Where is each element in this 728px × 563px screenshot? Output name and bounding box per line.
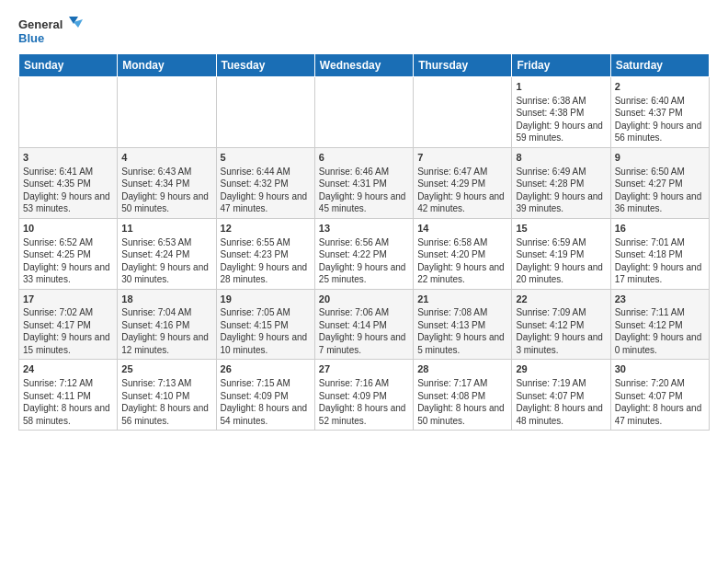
calendar-cell xyxy=(19,77,118,148)
cell-content: Sunrise: 6:55 AM Sunset: 4:23 PM Dayligh… xyxy=(221,236,311,286)
weekday-header-thursday: Thursday xyxy=(414,54,512,77)
calendar-cell: 23Sunrise: 7:11 AM Sunset: 4:12 PM Dayli… xyxy=(610,289,709,360)
day-number: 24 xyxy=(23,362,113,376)
calendar-cell xyxy=(414,77,512,148)
cell-content: Sunrise: 7:02 AM Sunset: 4:17 PM Dayligh… xyxy=(23,306,113,356)
calendar-cell xyxy=(118,77,216,148)
calendar-week-row: 17Sunrise: 7:02 AM Sunset: 4:17 PM Dayli… xyxy=(19,289,710,360)
calendar-cell: 3Sunrise: 6:41 AM Sunset: 4:35 PM Daylig… xyxy=(19,147,118,218)
calendar-cell: 2Sunrise: 6:40 AM Sunset: 4:37 PM Daylig… xyxy=(610,77,709,148)
day-number: 18 xyxy=(121,293,211,306)
day-number: 17 xyxy=(23,293,113,306)
calendar-week-row: 1Sunrise: 6:38 AM Sunset: 4:38 PM Daylig… xyxy=(19,77,710,148)
day-number: 21 xyxy=(417,293,507,306)
cell-content: Sunrise: 7:13 AM Sunset: 4:10 PM Dayligh… xyxy=(121,377,211,427)
calendar-header: SundayMondayTuesdayWednesdayThursdayFrid… xyxy=(19,54,710,77)
day-number: 13 xyxy=(319,222,409,236)
weekday-header-tuesday: Tuesday xyxy=(216,54,314,77)
cell-content: Sunrise: 7:15 AM Sunset: 4:09 PM Dayligh… xyxy=(221,377,311,427)
cell-content: Sunrise: 6:47 AM Sunset: 4:29 PM Dayligh… xyxy=(417,166,507,215)
day-number: 11 xyxy=(121,222,211,236)
calendar-cell: 13Sunrise: 6:56 AM Sunset: 4:22 PM Dayli… xyxy=(314,218,413,289)
calendar-week-row: 24Sunrise: 7:12 AM Sunset: 4:11 PM Dayli… xyxy=(19,360,710,431)
day-number: 9 xyxy=(615,151,705,165)
cell-content: Sunrise: 7:17 AM Sunset: 4:08 PM Dayligh… xyxy=(417,377,507,427)
calendar-cell: 18Sunrise: 7:04 AM Sunset: 4:16 PM Dayli… xyxy=(118,289,216,360)
calendar-cell: 11Sunrise: 6:53 AM Sunset: 4:24 PM Dayli… xyxy=(118,218,216,289)
day-number: 7 xyxy=(417,151,507,165)
cell-content: Sunrise: 6:58 AM Sunset: 4:20 PM Dayligh… xyxy=(417,236,507,286)
day-number: 30 xyxy=(615,362,705,376)
cell-content: Sunrise: 6:56 AM Sunset: 4:22 PM Dayligh… xyxy=(319,236,409,286)
cell-content: Sunrise: 6:44 AM Sunset: 4:32 PM Dayligh… xyxy=(221,166,311,215)
calendar-cell xyxy=(314,77,413,148)
calendar-week-row: 10Sunrise: 6:52 AM Sunset: 4:25 PM Dayli… xyxy=(19,218,710,289)
day-number: 26 xyxy=(221,362,311,376)
day-number: 3 xyxy=(23,151,113,165)
weekday-header-saturday: Saturday xyxy=(610,54,709,77)
header: General Blue xyxy=(18,15,710,48)
calendar-cell: 16Sunrise: 7:01 AM Sunset: 4:18 PM Dayli… xyxy=(610,218,709,289)
calendar-cell: 17Sunrise: 7:02 AM Sunset: 4:17 PM Dayli… xyxy=(19,289,118,360)
cell-content: Sunrise: 6:46 AM Sunset: 4:31 PM Dayligh… xyxy=(319,166,409,215)
day-number: 1 xyxy=(516,80,606,94)
day-number: 29 xyxy=(516,362,606,376)
weekday-header-wednesday: Wednesday xyxy=(314,54,413,77)
calendar-cell xyxy=(216,77,314,148)
calendar-cell: 24Sunrise: 7:12 AM Sunset: 4:11 PM Dayli… xyxy=(19,360,118,431)
day-number: 16 xyxy=(615,222,705,236)
calendar-cell: 6Sunrise: 6:46 AM Sunset: 4:31 PM Daylig… xyxy=(314,147,413,218)
day-number: 23 xyxy=(615,293,705,306)
day-number: 19 xyxy=(221,293,311,306)
cell-content: Sunrise: 7:06 AM Sunset: 4:14 PM Dayligh… xyxy=(319,306,409,356)
day-number: 8 xyxy=(516,151,606,165)
weekday-header-friday: Friday xyxy=(512,54,610,77)
day-number: 27 xyxy=(319,362,409,376)
calendar-cell: 15Sunrise: 6:59 AM Sunset: 4:19 PM Dayli… xyxy=(512,218,610,289)
cell-content: Sunrise: 7:20 AM Sunset: 4:07 PM Dayligh… xyxy=(615,377,705,427)
cell-content: Sunrise: 6:59 AM Sunset: 4:19 PM Dayligh… xyxy=(516,236,606,286)
weekday-header-sunday: Sunday xyxy=(19,54,118,77)
calendar-cell: 21Sunrise: 7:08 AM Sunset: 4:13 PM Dayli… xyxy=(414,289,512,360)
logo-svg: General Blue xyxy=(18,15,83,48)
day-number: 28 xyxy=(417,362,507,376)
day-number: 25 xyxy=(121,362,211,376)
cell-content: Sunrise: 6:53 AM Sunset: 4:24 PM Dayligh… xyxy=(121,236,211,286)
calendar-cell: 19Sunrise: 7:05 AM Sunset: 4:15 PM Dayli… xyxy=(216,289,314,360)
calendar-body: 1Sunrise: 6:38 AM Sunset: 4:38 PM Daylig… xyxy=(19,77,710,431)
calendar-week-row: 3Sunrise: 6:41 AM Sunset: 4:35 PM Daylig… xyxy=(19,147,710,218)
cell-content: Sunrise: 7:11 AM Sunset: 4:12 PM Dayligh… xyxy=(615,306,705,356)
cell-content: Sunrise: 7:09 AM Sunset: 4:12 PM Dayligh… xyxy=(516,306,606,356)
calendar-cell: 12Sunrise: 6:55 AM Sunset: 4:23 PM Dayli… xyxy=(216,218,314,289)
day-number: 14 xyxy=(417,222,507,236)
cell-content: Sunrise: 6:40 AM Sunset: 4:37 PM Dayligh… xyxy=(615,95,705,144)
page: General Blue SundayMondayTuesdayWednesda… xyxy=(0,0,728,440)
calendar-cell: 10Sunrise: 6:52 AM Sunset: 4:25 PM Dayli… xyxy=(19,218,118,289)
calendar-cell: 28Sunrise: 7:17 AM Sunset: 4:08 PM Dayli… xyxy=(414,360,512,431)
calendar-cell: 20Sunrise: 7:06 AM Sunset: 4:14 PM Dayli… xyxy=(314,289,413,360)
cell-content: Sunrise: 6:38 AM Sunset: 4:38 PM Dayligh… xyxy=(516,95,606,144)
calendar-table: SundayMondayTuesdayWednesdayThursdayFrid… xyxy=(18,53,710,431)
logo-general-text: General xyxy=(18,17,63,31)
calendar-cell: 29Sunrise: 7:19 AM Sunset: 4:07 PM Dayli… xyxy=(512,360,610,431)
cell-content: Sunrise: 6:43 AM Sunset: 4:34 PM Dayligh… xyxy=(121,166,211,215)
cell-content: Sunrise: 7:12 AM Sunset: 4:11 PM Dayligh… xyxy=(23,377,113,427)
calendar-cell: 14Sunrise: 6:58 AM Sunset: 4:20 PM Dayli… xyxy=(414,218,512,289)
cell-content: Sunrise: 6:50 AM Sunset: 4:27 PM Dayligh… xyxy=(615,166,705,215)
day-number: 6 xyxy=(319,151,409,165)
day-number: 20 xyxy=(319,293,409,306)
cell-content: Sunrise: 6:52 AM Sunset: 4:25 PM Dayligh… xyxy=(23,236,113,286)
cell-content: Sunrise: 7:04 AM Sunset: 4:16 PM Dayligh… xyxy=(121,306,211,356)
weekday-header-row: SundayMondayTuesdayWednesdayThursdayFrid… xyxy=(19,54,710,77)
calendar-cell: 26Sunrise: 7:15 AM Sunset: 4:09 PM Dayli… xyxy=(216,360,314,431)
calendar-cell: 30Sunrise: 7:20 AM Sunset: 4:07 PM Dayli… xyxy=(610,360,709,431)
logo: General Blue xyxy=(18,15,83,48)
cell-content: Sunrise: 7:16 AM Sunset: 4:09 PM Dayligh… xyxy=(319,377,409,427)
calendar-cell: 8Sunrise: 6:49 AM Sunset: 4:28 PM Daylig… xyxy=(512,147,610,218)
cell-content: Sunrise: 6:49 AM Sunset: 4:28 PM Dayligh… xyxy=(516,166,606,215)
day-number: 5 xyxy=(221,151,311,165)
day-number: 22 xyxy=(516,293,606,306)
calendar-cell: 1Sunrise: 6:38 AM Sunset: 4:38 PM Daylig… xyxy=(512,77,610,148)
weekday-header-monday: Monday xyxy=(118,54,216,77)
cell-content: Sunrise: 6:41 AM Sunset: 4:35 PM Dayligh… xyxy=(23,166,113,215)
